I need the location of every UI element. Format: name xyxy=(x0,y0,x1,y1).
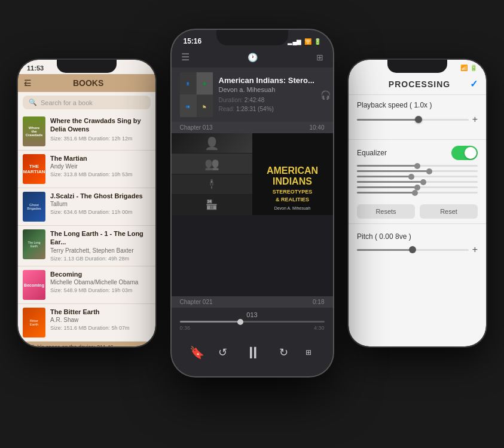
bookmark-ctrl-button[interactable]: 🔖 xyxy=(187,343,206,362)
eq-track-4[interactable] xyxy=(357,181,478,183)
processing-check-button[interactable]: ✓ xyxy=(470,78,478,90)
playback-slider-fill xyxy=(357,119,419,121)
book-item-martian[interactable]: THEMARTIAN The Martian Andy Weir Size: 3… xyxy=(18,151,155,188)
playback-slider-thumb[interactable] xyxy=(415,116,422,123)
thumb-2: 👥 xyxy=(172,154,252,173)
progress-thumb[interactable] xyxy=(237,319,243,325)
hamburger-button[interactable]: ☰ xyxy=(24,78,32,88)
book-title-bitter: The Bitter Earth xyxy=(50,308,151,316)
phone-center: 15:16 ▂▄▆ 🛜 🔋 ☰ 🕐 ⊞ 👤 🌲 👥 xyxy=(172,30,333,376)
pitch-slider-row: + xyxy=(357,244,478,255)
book-meta-martian: Size: 313.8 MB Duration: 10h 53m xyxy=(50,171,151,179)
eq-track-3[interactable] xyxy=(357,176,478,177)
right-screen: 📶 🔋 PROCESSING ✓ Playback speed ( 1.0x ) xyxy=(349,60,486,346)
book-title-ghost: J.Scalzi - The Ghost Brigades xyxy=(50,192,151,200)
duration-label: Duration: xyxy=(219,97,245,103)
progress-section: 013 0:36 4:30 xyxy=(172,308,333,333)
equalizer-label: Equalizer xyxy=(357,149,387,157)
eq-track-1[interactable] xyxy=(357,165,478,167)
progress-bar-container[interactable] xyxy=(180,321,325,323)
resets-button[interactable]: Resets xyxy=(357,204,415,219)
pitch-section: Pitch ( 0.00 8ve ) + xyxy=(349,228,486,260)
bookmark-icon[interactable]: ⊞ xyxy=(316,53,323,62)
book-meta-ghost: Size: 634.6 MB Duration: 11h 00m xyxy=(50,208,151,216)
forward-button[interactable]: ↻ xyxy=(276,344,292,361)
phone-right: 📶 🔋 PROCESSING ✓ Playback speed ( 1.0x ) xyxy=(349,60,486,346)
right-battery-icon: 🔋 xyxy=(470,65,477,71)
reset-button[interactable]: Reset xyxy=(420,204,478,219)
eq-ctrl-button[interactable]: ⊞ xyxy=(300,344,317,361)
processing-header: PROCESSING ✓ xyxy=(349,73,486,95)
playback-slider-track[interactable] xyxy=(357,119,469,121)
rewind-button[interactable]: ↺ xyxy=(214,344,231,361)
pitch-slider-thumb[interactable] xyxy=(409,246,416,253)
book-info-bitter: The Bitter Earth A.R. Shaw Size: 151.6 M… xyxy=(50,308,151,332)
books-title: BOOKS xyxy=(27,78,149,88)
battery-icon: 🔋 xyxy=(314,38,321,45)
search-input[interactable]: Search for a book xyxy=(41,99,93,106)
center-status-time: 15:16 xyxy=(184,37,202,45)
read-value: 1:28:31 (54%) xyxy=(236,106,274,112)
eq-track-6[interactable] xyxy=(357,192,478,194)
playback-speed-row: Playback speed ( 1.0x ) xyxy=(357,101,478,109)
pitch-slider-track[interactable] xyxy=(357,249,469,251)
wifi-icon: 🛜 xyxy=(304,38,311,45)
eq-slider-3 xyxy=(357,176,478,177)
book-item-becoming[interactable]: Becoming Becoming Michelle Obama/Michell… xyxy=(18,266,155,304)
eq-thumb-2[interactable] xyxy=(426,168,432,174)
thumb-4: 🏪 xyxy=(172,195,252,214)
search-bar[interactable]: 🔍 Search for a book xyxy=(23,96,151,109)
eq-track-5[interactable] xyxy=(357,186,478,188)
book-item-crawdads[interactable]: WheretheCrawdads Where the Crawdads Sing… xyxy=(18,113,155,151)
phones-container: 11:53 ‹ ☰ BOOKS 🔍 Search for a book Wher… xyxy=(0,0,504,448)
pitch-plus-button[interactable]: + xyxy=(472,244,478,255)
left-header: ‹ ☰ BOOKS xyxy=(18,74,155,92)
duration-value: 2:42:48 xyxy=(245,97,264,103)
eq-slider-1 xyxy=(357,165,478,167)
thumb-auto: 🏪 xyxy=(206,199,218,210)
book-item-longearth[interactable]: The LongEarth Chapter 013 The Long Earth… xyxy=(18,226,155,266)
clock-icon[interactable]: 🕐 xyxy=(248,53,258,62)
book-cover-martian: THEMARTIAN xyxy=(23,154,45,184)
book-title-longearth-text: The Long Earth - 1 - The Long Ear... xyxy=(50,229,151,247)
pitch-label: Pitch ( 0.00 8ve ) xyxy=(357,232,478,241)
eq-slider-4 xyxy=(357,181,478,183)
pause-button[interactable]: ⏸ xyxy=(239,338,267,367)
book-info-longearth: Chapter 013 The Long Earth - 1 - The Lon… xyxy=(50,229,151,262)
chapter-top-time: 10:40 xyxy=(309,124,324,131)
center-book-author: Devon a. Mihesuah xyxy=(219,86,314,93)
eq-thumb-6[interactable] xyxy=(412,190,418,196)
thumb-figure: 🕴 xyxy=(206,179,218,190)
book-author-bitter: A.R. Shaw xyxy=(50,317,151,323)
book-artwork: 👤 👥 🕴 🏪 AMERICAN INDIA xyxy=(172,133,333,296)
chapter-bottom-text: Chapter 021 xyxy=(180,299,213,305)
book-author-martian: Andy Weir xyxy=(50,163,151,170)
book-meta-becoming: Size: 548.9 MB Duration: 19h 03m xyxy=(50,287,151,294)
book-meta-longearth: Size: 1.13 GB Duration: 49h 28m xyxy=(50,255,151,263)
center-book-title: American Indians: Stero... xyxy=(219,76,314,85)
chapter-top-text: Chapter 013 xyxy=(180,124,213,131)
divider-1 xyxy=(349,139,486,140)
headphone-icon: 🎧 xyxy=(320,90,331,100)
book-item-ghost[interactable]: GhostBrigades J.Scalzi - The Ghost Briga… xyxy=(18,188,155,226)
eq-slider-2 xyxy=(357,170,478,172)
menu-icon[interactable]: ☰ xyxy=(181,51,190,63)
book-author-becoming: Michelle Obama/Michelle Obama xyxy=(50,279,151,286)
center-book-cover-thumbnail: 👤 🌲 👥 🏡 xyxy=(180,72,213,117)
american-indians-cover: AMERICAN INDIANS STEREOTYPES& REALITIES … xyxy=(252,133,333,215)
eq-thumb-1[interactable] xyxy=(414,163,420,169)
eq-thumb-3[interactable] xyxy=(408,174,414,180)
ai-cover-title-2: INDIANS xyxy=(273,176,312,187)
equalizer-toggle[interactable] xyxy=(451,146,478,160)
left-status-time: 11:53 xyxy=(27,65,44,72)
search-icon: 🔍 xyxy=(29,99,37,106)
book-item-bitter[interactable]: BitterEarth The Bitter Earth A.R. Shaw S… xyxy=(18,304,155,342)
eq-track-2[interactable] xyxy=(357,170,478,172)
thumb-3: 🕴 xyxy=(172,174,252,194)
chapter-bottom-time: 0:18 xyxy=(313,299,324,305)
eq-thumb-4[interactable] xyxy=(420,179,426,185)
center-screen: 15:16 ▂▄▆ 🛜 🔋 ☰ 🕐 ⊞ 👤 🌲 👥 xyxy=(172,30,333,376)
playback-plus-button[interactable]: + xyxy=(472,114,478,125)
book-author-longearth: Terry Pratchett, Stephen Baxter xyxy=(50,247,151,254)
center-book-info: 👤 🌲 👥 🏡 American Indians: Stero... Devon… xyxy=(172,67,333,122)
